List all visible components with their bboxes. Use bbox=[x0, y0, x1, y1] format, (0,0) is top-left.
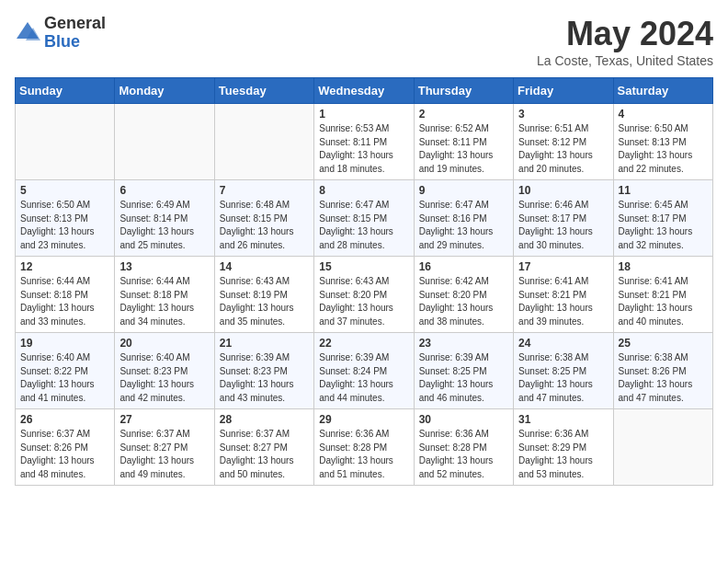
calendar-cell: 3Sunrise: 6:51 AM Sunset: 8:12 PM Daylig… bbox=[514, 104, 613, 180]
day-number: 20 bbox=[119, 337, 209, 350]
day-number: 13 bbox=[119, 260, 209, 273]
logo-text: General Blue bbox=[44, 15, 106, 52]
calendar-cell: 16Sunrise: 6:42 AM Sunset: 8:20 PM Dayli… bbox=[414, 257, 513, 333]
calendar-cell: 29Sunrise: 6:36 AM Sunset: 8:28 PM Dayli… bbox=[314, 409, 414, 486]
day-number: 22 bbox=[319, 337, 408, 350]
calendar-cell: 28Sunrise: 6:37 AM Sunset: 8:27 PM Dayli… bbox=[214, 409, 313, 486]
calendar-header: SundayMondayTuesdayWednesdayThursdayFrid… bbox=[16, 78, 713, 104]
cell-content: Sunrise: 6:36 AM Sunset: 8:28 PM Dayligh… bbox=[419, 428, 508, 481]
logo-general-text: General bbox=[44, 15, 106, 33]
day-number: 27 bbox=[119, 413, 209, 426]
cell-content: Sunrise: 6:42 AM Sunset: 8:20 PM Dayligh… bbox=[419, 275, 508, 328]
calendar-cell: 14Sunrise: 6:43 AM Sunset: 8:19 PM Dayli… bbox=[214, 257, 313, 333]
week-row-1: 1Sunrise: 6:53 AM Sunset: 8:11 PM Daylig… bbox=[16, 104, 713, 180]
day-number: 12 bbox=[20, 260, 109, 273]
day-number: 1 bbox=[319, 108, 408, 121]
day-number: 10 bbox=[518, 184, 608, 197]
cell-content: Sunrise: 6:39 AM Sunset: 8:24 PM Dayligh… bbox=[319, 351, 408, 405]
logo-blue-text: Blue bbox=[44, 33, 106, 52]
day-number: 2 bbox=[419, 108, 508, 121]
header-cell-monday: Monday bbox=[115, 78, 214, 104]
day-number: 18 bbox=[619, 260, 708, 273]
calendar-table: SundayMondayTuesdayWednesdayThursdayFrid… bbox=[15, 77, 713, 486]
page-header: General Blue May 2024 La Coste, Texas, U… bbox=[15, 15, 713, 68]
calendar-cell: 11Sunrise: 6:45 AM Sunset: 8:17 PM Dayli… bbox=[613, 180, 712, 257]
cell-content: Sunrise: 6:37 AM Sunset: 8:27 PM Dayligh… bbox=[119, 428, 209, 481]
logo: General Blue bbox=[15, 15, 106, 52]
calendar-cell: 10Sunrise: 6:46 AM Sunset: 8:17 PM Dayli… bbox=[514, 180, 613, 257]
cell-content: Sunrise: 6:52 AM Sunset: 8:11 PM Dayligh… bbox=[419, 122, 508, 176]
cell-content: Sunrise: 6:45 AM Sunset: 8:17 PM Dayligh… bbox=[619, 199, 708, 252]
week-row-4: 19Sunrise: 6:40 AM Sunset: 8:22 PM Dayli… bbox=[16, 333, 713, 409]
cell-content: Sunrise: 6:46 AM Sunset: 8:17 PM Dayligh… bbox=[518, 199, 608, 252]
header-cell-friday: Friday bbox=[514, 78, 613, 104]
day-number: 30 bbox=[419, 413, 508, 426]
calendar-cell: 13Sunrise: 6:44 AM Sunset: 8:18 PM Dayli… bbox=[115, 257, 214, 333]
cell-content: Sunrise: 6:38 AM Sunset: 8:25 PM Dayligh… bbox=[518, 351, 608, 405]
cell-content: Sunrise: 6:41 AM Sunset: 8:21 PM Dayligh… bbox=[518, 275, 608, 328]
day-number: 8 bbox=[319, 184, 408, 197]
week-row-3: 12Sunrise: 6:44 AM Sunset: 8:18 PM Dayli… bbox=[16, 257, 713, 333]
calendar-cell: 24Sunrise: 6:38 AM Sunset: 8:25 PM Dayli… bbox=[514, 333, 613, 409]
day-number: 28 bbox=[220, 413, 309, 426]
cell-content: Sunrise: 6:43 AM Sunset: 8:20 PM Dayligh… bbox=[319, 275, 408, 328]
calendar-cell bbox=[16, 104, 115, 180]
cell-content: Sunrise: 6:47 AM Sunset: 8:15 PM Dayligh… bbox=[319, 199, 408, 252]
day-number: 6 bbox=[119, 184, 209, 197]
calendar-cell: 4Sunrise: 6:50 AM Sunset: 8:13 PM Daylig… bbox=[613, 104, 712, 180]
cell-content: Sunrise: 6:49 AM Sunset: 8:14 PM Dayligh… bbox=[119, 199, 209, 252]
calendar-cell: 1Sunrise: 6:53 AM Sunset: 8:11 PM Daylig… bbox=[314, 104, 414, 180]
logo-icon bbox=[15, 20, 40, 46]
calendar-cell: 27Sunrise: 6:37 AM Sunset: 8:27 PM Dayli… bbox=[115, 409, 214, 486]
cell-content: Sunrise: 6:51 AM Sunset: 8:12 PM Dayligh… bbox=[518, 122, 608, 176]
day-number: 4 bbox=[619, 108, 708, 121]
cell-content: Sunrise: 6:36 AM Sunset: 8:28 PM Dayligh… bbox=[319, 428, 408, 481]
calendar-cell: 18Sunrise: 6:41 AM Sunset: 8:21 PM Dayli… bbox=[613, 257, 712, 333]
header-cell-saturday: Saturday bbox=[613, 78, 712, 104]
calendar-cell: 2Sunrise: 6:52 AM Sunset: 8:11 PM Daylig… bbox=[414, 104, 513, 180]
day-number: 26 bbox=[20, 413, 109, 426]
calendar-cell: 25Sunrise: 6:38 AM Sunset: 8:26 PM Dayli… bbox=[613, 333, 712, 409]
calendar-cell: 17Sunrise: 6:41 AM Sunset: 8:21 PM Dayli… bbox=[514, 257, 613, 333]
day-number: 25 bbox=[619, 337, 708, 350]
day-number: 11 bbox=[619, 184, 708, 197]
calendar-cell: 31Sunrise: 6:36 AM Sunset: 8:29 PM Dayli… bbox=[514, 409, 613, 486]
day-number: 31 bbox=[518, 413, 608, 426]
calendar-cell bbox=[214, 104, 313, 180]
calendar-cell bbox=[115, 104, 214, 180]
calendar-subtitle: La Coste, Texas, United States bbox=[537, 53, 713, 68]
day-number: 19 bbox=[20, 337, 109, 350]
cell-content: Sunrise: 6:47 AM Sunset: 8:16 PM Dayligh… bbox=[419, 199, 508, 252]
calendar-cell: 12Sunrise: 6:44 AM Sunset: 8:18 PM Dayli… bbox=[16, 257, 115, 333]
cell-content: Sunrise: 6:50 AM Sunset: 8:13 PM Dayligh… bbox=[619, 122, 708, 176]
cell-content: Sunrise: 6:48 AM Sunset: 8:15 PM Dayligh… bbox=[220, 199, 309, 252]
header-cell-thursday: Thursday bbox=[414, 78, 513, 104]
calendar-cell: 26Sunrise: 6:37 AM Sunset: 8:26 PM Dayli… bbox=[16, 409, 115, 486]
cell-content: Sunrise: 6:50 AM Sunset: 8:13 PM Dayligh… bbox=[20, 199, 109, 252]
cell-content: Sunrise: 6:44 AM Sunset: 8:18 PM Dayligh… bbox=[119, 275, 209, 328]
cell-content: Sunrise: 6:40 AM Sunset: 8:22 PM Dayligh… bbox=[20, 351, 109, 405]
cell-content: Sunrise: 6:41 AM Sunset: 8:21 PM Dayligh… bbox=[619, 275, 708, 328]
cell-content: Sunrise: 6:36 AM Sunset: 8:29 PM Dayligh… bbox=[518, 428, 608, 481]
day-number: 23 bbox=[419, 337, 508, 350]
header-row: SundayMondayTuesdayWednesdayThursdayFrid… bbox=[16, 78, 713, 104]
calendar-cell: 19Sunrise: 6:40 AM Sunset: 8:22 PM Dayli… bbox=[16, 333, 115, 409]
calendar-cell: 6Sunrise: 6:49 AM Sunset: 8:14 PM Daylig… bbox=[115, 180, 214, 257]
calendar-cell: 5Sunrise: 6:50 AM Sunset: 8:13 PM Daylig… bbox=[16, 180, 115, 257]
week-row-2: 5Sunrise: 6:50 AM Sunset: 8:13 PM Daylig… bbox=[16, 180, 713, 257]
cell-content: Sunrise: 6:37 AM Sunset: 8:26 PM Dayligh… bbox=[20, 428, 109, 481]
header-cell-tuesday: Tuesday bbox=[214, 78, 313, 104]
calendar-cell bbox=[613, 409, 712, 486]
calendar-title: May 2024 bbox=[537, 15, 713, 53]
calendar-cell: 30Sunrise: 6:36 AM Sunset: 8:28 PM Dayli… bbox=[414, 409, 513, 486]
week-row-5: 26Sunrise: 6:37 AM Sunset: 8:26 PM Dayli… bbox=[16, 409, 713, 486]
day-number: 15 bbox=[319, 260, 408, 273]
day-number: 7 bbox=[220, 184, 309, 197]
calendar-cell: 22Sunrise: 6:39 AM Sunset: 8:24 PM Dayli… bbox=[314, 333, 414, 409]
calendar-cell: 15Sunrise: 6:43 AM Sunset: 8:20 PM Dayli… bbox=[314, 257, 414, 333]
cell-content: Sunrise: 6:39 AM Sunset: 8:25 PM Dayligh… bbox=[419, 351, 508, 405]
day-number: 3 bbox=[518, 108, 608, 121]
day-number: 5 bbox=[20, 184, 109, 197]
cell-content: Sunrise: 6:37 AM Sunset: 8:27 PM Dayligh… bbox=[220, 428, 309, 481]
day-number: 21 bbox=[220, 337, 309, 350]
